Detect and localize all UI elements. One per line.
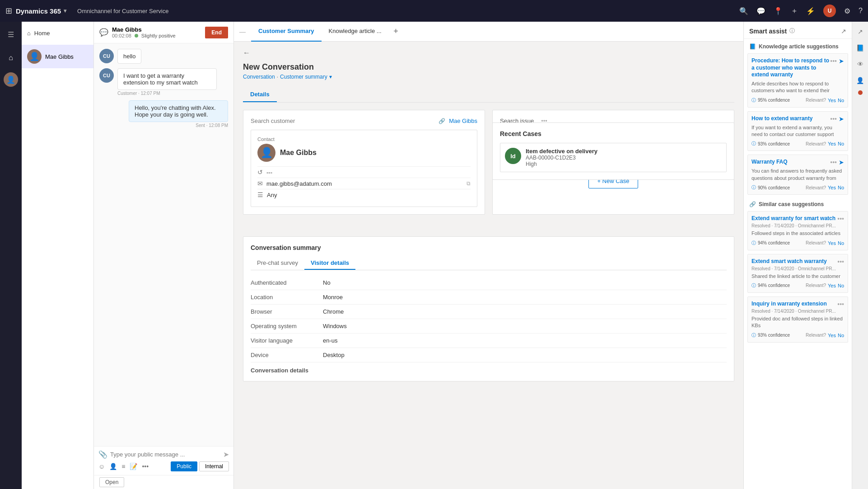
article-2-title[interactable]: How to extend warranty — [751, 115, 830, 122]
list-icon[interactable]: ≡ — [121, 463, 125, 470]
agent-bubble: Hello, you're chatting with Alex. Hope y… — [129, 100, 228, 122]
settings-icon[interactable]: ⚙ — [844, 7, 850, 15]
detail-label: Location — [251, 294, 323, 301]
plus-icon[interactable]: ＋ — [791, 6, 798, 16]
breadcrumb-summary[interactable]: Customer summary — [280, 74, 327, 80]
article-1-title[interactable]: Procedure: How to respond to a customer … — [751, 57, 830, 79]
case-2-yes[interactable]: Yes — [828, 283, 836, 288]
main-content: — Customer Summary Knowledge article ...… — [234, 22, 743, 489]
tab-knowledge-article[interactable]: Knowledge article ... — [322, 22, 389, 42]
case-3-title[interactable]: Inquiry in warranty extension — [751, 301, 837, 308]
contact-email[interactable]: mae.gibbs@adatum.com — [266, 180, 332, 187]
case-2-relevant-label: Relevant? — [806, 283, 826, 288]
emoji-icon[interactable]: ☺ — [98, 463, 105, 470]
detail-row-browser: Browser Chrome — [251, 305, 727, 319]
customer-link[interactable]: 🔗 — [439, 118, 445, 124]
breadcrumb-conversation[interactable]: Conversation — [243, 74, 275, 80]
help-icon[interactable]: ? — [859, 7, 863, 15]
tab-customer-summary[interactable]: Customer Summary — [251, 22, 322, 42]
agent-message-content: Hello, you're chatting with Alex. Hope y… — [129, 100, 228, 128]
chat-icon[interactable]: 💬 — [756, 7, 765, 15]
article-3-yes[interactable]: Yes — [828, 185, 836, 190]
chat-timer: 00:02:08 — [112, 33, 131, 38]
right-rail-dot — [858, 90, 863, 95]
article-3-more[interactable]: ••• — [830, 159, 837, 166]
search-icon[interactable]: 🔍 — [739, 7, 748, 15]
detail-label: Operating system — [251, 323, 323, 329]
right-rail-eye[interactable]: 👁 — [854, 58, 867, 71]
sa-case-1: Extend warranty for smart watch ••• Reso… — [747, 211, 848, 250]
case-1-more[interactable]: ••• — [837, 215, 844, 222]
case-1-yes[interactable]: Yes — [828, 240, 836, 246]
user-icon-rail[interactable]: 👤 — [4, 72, 18, 87]
public-tab-btn[interactable]: Public — [171, 461, 197, 471]
right-rail-person[interactable]: 👤 — [854, 74, 867, 87]
internal-tab-btn[interactable]: Internal — [199, 461, 229, 471]
breadcrumb-chevron[interactable]: ▾ — [329, 74, 332, 80]
knowledge-section-label: Knowledge article suggestions — [759, 43, 839, 50]
brand-chevron[interactable]: ▾ — [64, 8, 66, 14]
article-2-send[interactable]: ➤ — [839, 115, 844, 122]
tab-details[interactable]: Details — [243, 87, 277, 102]
apps-icon[interactable]: ⊞ — [5, 6, 12, 16]
send-icon[interactable]: ➤ — [223, 450, 229, 459]
case-3-yes[interactable]: Yes — [828, 333, 836, 338]
minimize-icon[interactable]: — — [239, 28, 246, 35]
customer-name-link[interactable]: Mae Gibbs — [449, 118, 477, 124]
search-customer-input[interactable] — [251, 118, 435, 124]
case-1-title[interactable]: Extend warranty for smart watch — [751, 215, 837, 222]
sidebar-user-item[interactable]: 👤 Mae Gibbs — [22, 45, 93, 68]
right-rail-book[interactable]: 📘 — [854, 42, 867, 54]
case-3-info-icon: ⓘ — [751, 332, 756, 339]
article-3-no[interactable]: No — [838, 185, 844, 190]
contact-name[interactable]: Mae Gibbs — [280, 149, 317, 157]
case-2-no[interactable]: No — [838, 283, 844, 288]
customer-card: 🔗 Mae Gibbs Contact 👤 Mae Gibbs ↺ — [243, 110, 485, 215]
pre-chat-tab[interactable]: Pre-chat survey — [251, 257, 304, 270]
home-icon[interactable]: ⌂ — [2, 49, 20, 67]
user-avatar[interactable]: U — [823, 5, 836, 17]
article-2-footer: ⓘ 93% confidence Relevant? Yes No — [751, 141, 844, 147]
article-2-no[interactable]: No — [838, 141, 844, 146]
article-1-no[interactable]: No — [838, 98, 844, 103]
article-2-more[interactable]: ••• — [830, 115, 837, 122]
case-3-no[interactable]: No — [838, 333, 844, 338]
add-tab-button[interactable]: + — [389, 22, 403, 42]
chat-sentiment: Slightly positive — [141, 33, 176, 38]
location-icon[interactable]: 📍 — [774, 7, 783, 15]
note-icon[interactable]: 📝 — [130, 463, 137, 470]
sa-info-icon[interactable]: ⓘ — [789, 27, 795, 35]
chat-input[interactable] — [110, 451, 220, 458]
case-2-title[interactable]: Extend smart watch warranty — [751, 258, 837, 265]
filter-icon[interactable]: ⚡ — [806, 7, 815, 15]
case-3-more[interactable]: ••• — [837, 301, 844, 308]
person-icon[interactable]: 👤 — [109, 463, 117, 470]
article-3-send[interactable]: ➤ — [839, 159, 844, 166]
end-button[interactable]: End — [205, 27, 228, 38]
article-1-more[interactable]: ••• — [830, 57, 837, 65]
chat-input-row: 📎 ➤ — [98, 450, 229, 459]
email-copy-icon[interactable]: ⧉ — [467, 180, 471, 187]
article-1-yes[interactable]: Yes — [828, 98, 836, 103]
recent-case-item[interactable]: Id Item defective on delivery AAB-00000-… — [500, 143, 727, 172]
article-1-send[interactable]: ➤ — [839, 57, 844, 65]
open-button[interactable]: Open — [99, 477, 124, 487]
case-1-yn: Yes No — [828, 240, 844, 246]
conv-detail-grid: Authenticated No Location Monroe Browser… — [251, 276, 727, 362]
sa-article-1: Procedure: How to respond to a customer … — [747, 53, 848, 108]
case-2-more[interactable]: ••• — [837, 258, 844, 265]
sidebar-item-home[interactable]: ⌂ Home — [22, 25, 93, 41]
sa-expand-icon[interactable]: ↗ — [841, 28, 846, 35]
visitor-details-tab[interactable]: Visitor details — [304, 257, 355, 270]
chat-toolbar: ☺ 👤 ≡ 📝 ••• Public Internal — [98, 459, 229, 471]
attachment-icon[interactable]: 📎 — [98, 450, 107, 459]
hamburger-icon[interactable]: ☰ — [2, 25, 20, 43]
case-1-no[interactable]: No — [838, 240, 844, 246]
article-2-yes[interactable]: Yes — [828, 141, 836, 146]
article-3-title[interactable]: Warranty FAQ — [751, 159, 830, 166]
case-3-desc: Provided doc and followed steps in linke… — [751, 315, 844, 329]
more-icon[interactable]: ••• — [142, 463, 149, 470]
back-button[interactable]: ← — [243, 49, 250, 57]
chat-status: 00:02:08 Slightly positive — [112, 33, 176, 38]
right-rail-expand[interactable]: ↗ — [854, 25, 867, 38]
